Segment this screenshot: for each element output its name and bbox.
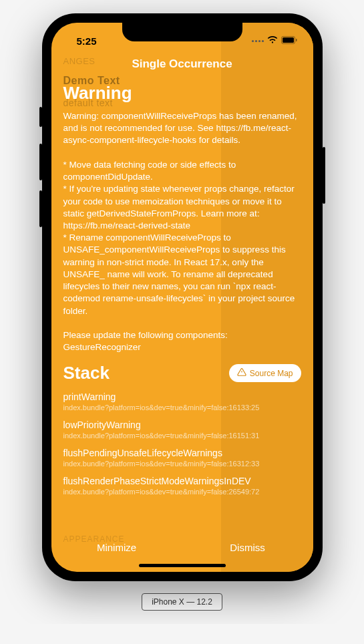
content-area: ANGES Demo Text default text Single Occu…: [51, 52, 313, 534]
bg-demo-text: Demo Text: [63, 75, 120, 87]
bg-nav-text: ANGES: [63, 56, 96, 66]
notch: [122, 23, 242, 41]
status-time: 5:25: [77, 35, 97, 47]
side-button: [39, 107, 42, 127]
stack-heading: Stack: [63, 363, 110, 383]
stack-item[interactable]: flushRenderPhaseStrictModeWarningsInDEV …: [63, 476, 301, 496]
warning-triangle-icon: [237, 367, 246, 379]
warning-body: Warning: componentWillReceiveProps has b…: [63, 110, 301, 353]
stack-file-path: index.bundle?platform=ios&dev=true&minif…: [63, 488, 301, 496]
stack-function-name: printWarning: [63, 391, 301, 402]
overlay-title: Single Occurrence: [63, 57, 301, 71]
source-map-button[interactable]: Source Map: [229, 364, 301, 382]
source-map-label: Source Map: [250, 369, 293, 378]
battery-icon: [281, 35, 297, 47]
stack-function-name: flushPendingUnsafeLifecycleWarnings: [63, 448, 301, 458]
bg-default-text: default text: [63, 98, 114, 108]
svg-rect-1: [283, 37, 294, 43]
stack-item[interactable]: printWarning index.bundle?platform=ios&d…: [63, 391, 301, 412]
stack-header: Stack Source Map: [63, 363, 301, 383]
stack-item[interactable]: lowPriorityWarning index.bundle?platform…: [63, 420, 301, 440]
wifi-icon: [267, 35, 278, 47]
stack-file-path: index.bundle?platform=ios&dev=true&minif…: [63, 432, 301, 440]
svg-rect-2: [296, 39, 297, 41]
status-icons: [252, 35, 297, 47]
side-button: [39, 190, 42, 227]
phone-frame: 5:25 ANGES Demo Text default text Single…: [42, 13, 323, 581]
side-button: [39, 144, 42, 180]
stack-item[interactable]: flushPendingUnsafeLifecycleWarnings inde…: [63, 448, 301, 468]
home-indicator[interactable]: [139, 564, 226, 567]
stack-file-path: index.bundle?platform=ios&dev=true&minif…: [63, 460, 301, 468]
cellular-dots-icon: [252, 40, 264, 42]
stack-function-name: flushRenderPhaseStrictModeWarningsInDEV: [63, 476, 301, 486]
stack-file-path: index.bundle?platform=ios&dev=true&minif…: [63, 404, 301, 412]
side-button: [323, 147, 325, 204]
screen: 5:25 ANGES Demo Text default text Single…: [51, 23, 313, 572]
device-label: iPhone X — 12.2: [142, 593, 222, 611]
stack-function-name: lowPriorityWarning: [63, 420, 301, 430]
